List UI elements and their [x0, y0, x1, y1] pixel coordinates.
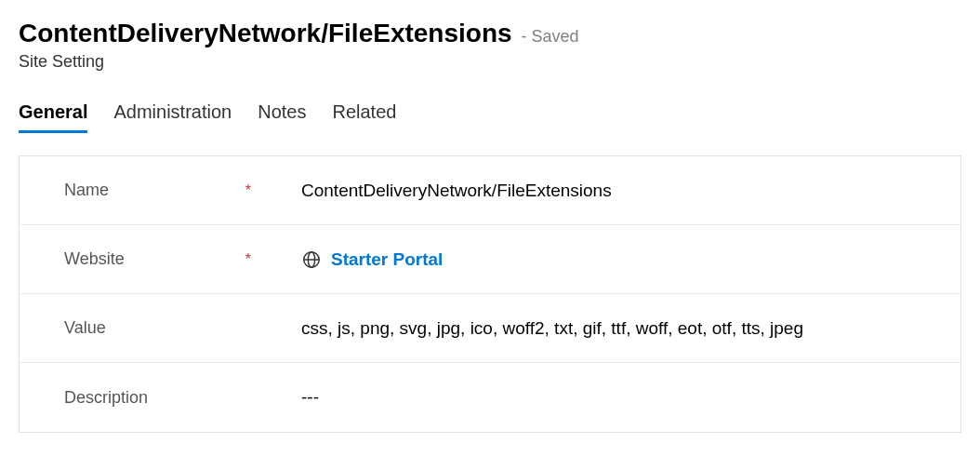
tab-related[interactable]: Related: [332, 101, 396, 133]
field-value-text: css, js, png, svg, jpg, ico, woff2, txt,…: [301, 318, 803, 339]
field-value-text: ContentDeliveryNetwork/FileExtensions: [301, 181, 612, 201]
title-row: ContentDeliveryNetwork/FileExtensions - …: [19, 19, 961, 48]
page-title: ContentDeliveryNetwork/FileExtensions: [19, 19, 512, 48]
page-header: ContentDeliveryNetwork/FileExtensions - …: [19, 19, 961, 133]
label-text: Description: [64, 388, 148, 408]
page-subtitle: Site Setting: [19, 52, 961, 72]
required-star-icon: *: [245, 251, 251, 268]
field-label-name: Name *: [20, 181, 257, 200]
tab-notes[interactable]: Notes: [258, 101, 306, 133]
field-row-website: Website * Starter Portal: [20, 225, 960, 294]
label-text: Value: [64, 318, 106, 338]
field-row-value: Value css, js, png, svg, jpg, ico, woff2…: [20, 294, 960, 363]
website-link[interactable]: Starter Portal: [331, 249, 443, 270]
field-label-value: Value: [20, 318, 257, 338]
field-row-description: Description ---: [20, 363, 960, 432]
globe-icon: [301, 249, 322, 270]
tab-administration[interactable]: Administration: [113, 101, 232, 133]
website-field[interactable]: Starter Portal: [257, 249, 960, 270]
field-row-name: Name * ContentDeliveryNetwork/FileExtens…: [20, 156, 960, 225]
tab-general[interactable]: General: [19, 101, 87, 133]
field-label-description: Description: [20, 388, 257, 408]
name-field[interactable]: ContentDeliveryNetwork/FileExtensions: [257, 181, 960, 201]
tab-bar: General Administration Notes Related: [19, 101, 961, 133]
label-text: Website: [64, 249, 125, 269]
form-panel: Name * ContentDeliveryNetwork/FileExtens…: [19, 155, 961, 433]
required-star-icon: *: [245, 182, 251, 199]
status-badge: - Saved: [522, 27, 579, 47]
field-label-website: Website *: [20, 249, 257, 269]
description-field[interactable]: ---: [257, 387, 960, 408]
label-text: Name: [64, 181, 109, 200]
value-field[interactable]: css, js, png, svg, jpg, ico, woff2, txt,…: [257, 318, 960, 339]
field-value-text: ---: [301, 387, 319, 408]
